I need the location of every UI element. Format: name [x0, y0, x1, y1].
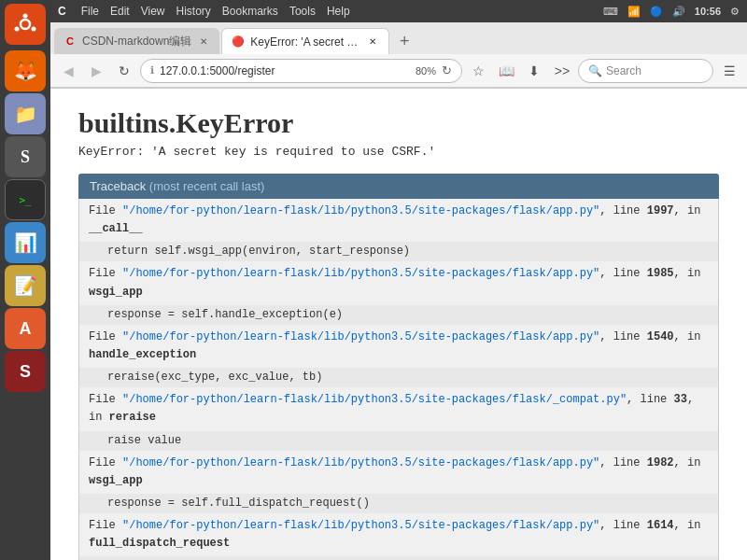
traceback-code-4: response = self.full_dispatch_request(): [79, 494, 718, 512]
bluetooth-icon: 🔵: [650, 6, 663, 18]
settings-icon[interactable]: ⚙: [730, 6, 740, 18]
svg-point-3: [32, 27, 36, 32]
traceback-code-5: rv = self.handle_user_exception(e): [79, 556, 718, 560]
address-bar[interactable]: ℹ 127.0.0.1:5000/register 80% ↻: [140, 59, 462, 83]
menu-edit[interactable]: Edit: [110, 5, 130, 18]
menu-file[interactable]: File: [81, 5, 99, 18]
tab-csdn-close[interactable]: ✕: [197, 35, 210, 48]
traceback-file-5: File "/home/for-python/learn-flask/lib/p…: [79, 513, 718, 556]
sidebar-icon-ubuntu[interactable]: [5, 4, 46, 45]
address-reload[interactable]: ↻: [442, 63, 452, 77]
menu-tools[interactable]: Tools: [289, 5, 316, 18]
error-title: builtins.KeyError: [78, 107, 719, 139]
traceback-code-2: reraise(exc_type, exc_value, tb): [79, 368, 718, 386]
zoom-level: 80%: [416, 65, 436, 77]
tab-csdn[interactable]: C CSDN-markdown编辑 ✕: [54, 28, 219, 54]
sidebar-icon-terminal[interactable]: >_: [5, 179, 46, 220]
sidebar-icon-calc[interactable]: 📊: [5, 222, 46, 263]
reload-button[interactable]: ↻: [112, 59, 136, 83]
search-placeholder: Search: [606, 64, 641, 77]
menu-view[interactable]: View: [141, 5, 165, 18]
download-button[interactable]: ⬇: [522, 59, 546, 83]
forward-button[interactable]: ▶: [84, 59, 108, 83]
sidebar-icon-sublime[interactable]: S: [5, 136, 46, 177]
app-name-label: C: [58, 5, 66, 18]
browser-chrome: C CSDN-markdown编辑 ✕ 🔴 KeyError: 'A secre…: [50, 22, 747, 89]
traceback-note: (most recent call last): [149, 179, 265, 193]
menu-button[interactable]: ☰: [717, 59, 741, 83]
tab-keyerror-close[interactable]: ✕: [366, 35, 379, 49]
topbar-right: ⌨ 📶 🔵 🔊 10:56 ⚙: [603, 6, 740, 18]
traceback-file-3: File "/home/for-python/learn-flask/lib/p…: [79, 387, 718, 430]
nav-bar: ◀ ▶ ↻ ℹ 127.0.0.1:5000/register 80% ↻ ☆ …: [50, 54, 747, 88]
traceback-file-1: File "/home/for-python/learn-flask/lib/p…: [79, 261, 718, 304]
desktop: 🦊 📁 S >_ 📊 📝 A S C File Edit View Histor…: [0, 0, 747, 560]
menu-help[interactable]: Help: [327, 5, 350, 18]
traceback-code-3: raise value: [79, 431, 718, 450]
sidebar-icon-synaptic[interactable]: S: [5, 351, 46, 392]
sidebar-icon-firefox[interactable]: 🦊: [5, 50, 46, 91]
traceback-link-1[interactable]: "/home/for-python/learn-flask/lib/python…: [122, 267, 599, 280]
table-row: File "/home/for-python/learn-flask/lib/p…: [79, 199, 718, 261]
table-row: File "/home/for-python/learn-flask/lib/p…: [79, 261, 718, 324]
address-text: 127.0.0.1:5000/register: [160, 64, 410, 77]
table-row: File "/home/for-python/learn-flask/lib/p…: [79, 513, 718, 560]
menu-history[interactable]: History: [176, 5, 211, 18]
error-message: KeyError: 'A secret key is required to u…: [78, 145, 719, 159]
traceback-link-3[interactable]: "/home/for-python/learn-flask/lib/python…: [122, 393, 627, 406]
traceback-label: Traceback: [90, 179, 146, 193]
search-bar[interactable]: 🔍 Search: [578, 59, 713, 83]
search-icon: 🔍: [588, 64, 602, 77]
tab-csdn-label: CSDN-markdown编辑: [82, 34, 191, 49]
more-button[interactable]: >>: [550, 59, 574, 83]
menu-bookmarks[interactable]: Bookmarks: [222, 5, 278, 18]
bookmarks-button[interactable]: 📖: [494, 59, 518, 83]
traceback-code-1: response = self.handle_exception(e): [79, 305, 718, 324]
traceback-link-4[interactable]: "/home/for-python/learn-flask/lib/python…: [122, 456, 599, 469]
sidebar-icon-text[interactable]: 📝: [5, 265, 46, 306]
traceback-section: Traceback (most recent call last) File "…: [78, 174, 719, 560]
traceback-link-2[interactable]: "/home/for-python/learn-flask/lib/python…: [122, 330, 599, 343]
traceback-file-4: File "/home/for-python/learn-flask/lib/p…: [79, 451, 718, 494]
new-tab-button[interactable]: +: [391, 28, 417, 54]
traceback-header: Traceback (most recent call last): [78, 174, 719, 199]
traceback-link-5[interactable]: "/home/for-python/learn-flask/lib/python…: [122, 519, 599, 532]
keyboard-icon: ⌨: [603, 6, 618, 18]
table-row: File "/home/for-python/learn-flask/lib/p…: [79, 325, 718, 387]
traceback-code-0: return self.wsgi_app(environ, start_resp…: [79, 242, 718, 260]
tab-bar: C CSDN-markdown编辑 ✕ 🔴 KeyError: 'A secre…: [50, 22, 747, 54]
traceback-file-0: File "/home/for-python/learn-flask/lib/p…: [79, 199, 718, 242]
star-button[interactable]: ☆: [466, 59, 490, 83]
table-row: File "/home/for-python/learn-flask/lib/p…: [79, 451, 718, 513]
traceback-link-0[interactable]: "/home/for-python/learn-flask/lib/python…: [122, 204, 599, 217]
traceback-body: File "/home/for-python/learn-flask/lib/p…: [78, 199, 719, 560]
browser-window: C CSDN-markdown编辑 ✕ 🔴 KeyError: 'A secre…: [50, 22, 747, 560]
tab-keyerror-favicon: 🔴: [232, 35, 245, 49]
sidebar-icon-files[interactable]: 📁: [5, 93, 46, 134]
back-button[interactable]: ◀: [56, 59, 80, 83]
svg-point-4: [15, 27, 20, 32]
clock: 10:56: [695, 6, 721, 17]
ubuntu-sidebar: 🦊 📁 S >_ 📊 📝 A S: [0, 0, 50, 560]
volume-icon: 🔊: [672, 6, 685, 18]
tab-keyerror[interactable]: 🔴 KeyError: 'A secret key… ✕: [221, 28, 389, 54]
traceback-file-2: File "/home/for-python/learn-flask/lib/p…: [79, 325, 718, 368]
os-topbar: C File Edit View History Bookmarks Tools…: [50, 0, 747, 22]
svg-point-2: [23, 14, 28, 19]
sidebar-icon-store[interactable]: A: [5, 308, 46, 349]
info-icon: ℹ: [150, 64, 154, 77]
tab-keyerror-label: KeyError: 'A secret key…: [250, 35, 360, 49]
signal-icon: 📶: [627, 6, 641, 18]
tab-csdn-favicon: C: [63, 35, 77, 48]
app-menu: File Edit View History Bookmarks Tools H…: [81, 5, 350, 18]
browser-content: builtins.KeyError KeyError: 'A secret ke…: [50, 89, 747, 560]
table-row: File "/home/for-python/learn-flask/lib/p…: [79, 387, 718, 450]
